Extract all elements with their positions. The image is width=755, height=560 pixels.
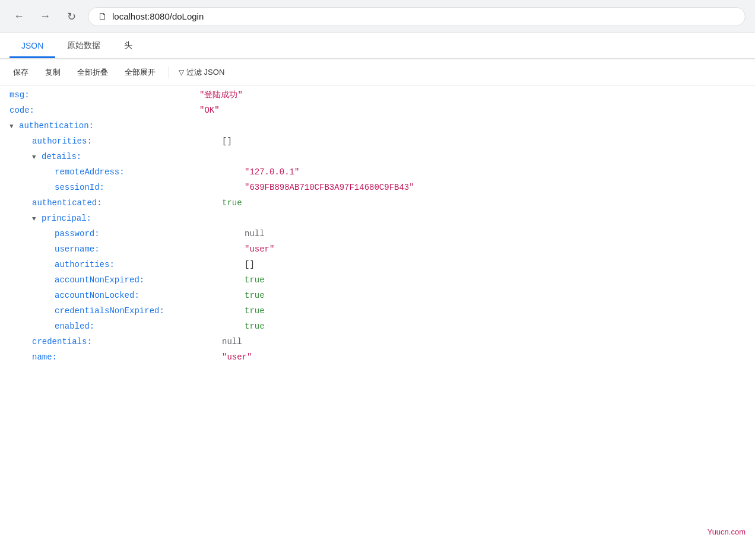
name-key: name: xyxy=(32,350,222,365)
name-value: "user" xyxy=(222,350,252,365)
collapse-details[interactable]: ▼ xyxy=(32,152,42,163)
back-button[interactable]: ← xyxy=(9,7,28,26)
watermark: Yuucn.com xyxy=(708,527,746,536)
address-bar[interactable]: 🗋 localhost:8080/doLogin xyxy=(88,7,746,26)
json-row-credentials: credentials: null xyxy=(0,335,755,350)
collapse-all-button[interactable]: 全部折叠 xyxy=(74,65,112,80)
tab-headers[interactable]: 头 xyxy=(112,34,144,59)
url-text: localhost:8080/doLogin xyxy=(112,11,204,21)
authenticated-value: true xyxy=(222,196,242,211)
authentication-key: authentication: xyxy=(19,119,209,133)
session-value: "639FB898AB710CFB3A97F14680C9FB43" xyxy=(245,180,414,195)
username-key: username: xyxy=(55,242,245,257)
p-authorities-value: [] xyxy=(245,257,255,272)
copy-button[interactable]: 复制 xyxy=(42,65,64,80)
msg-value: "登陆成功" xyxy=(199,88,243,103)
json-row-remote: remoteAddress: "127.0.0.1" xyxy=(0,165,755,180)
remote-value: "127.0.0.1" xyxy=(245,165,299,180)
credentials-expired-value: true xyxy=(245,304,265,319)
enabled-key: enabled: xyxy=(55,319,245,334)
session-key: sessionId: xyxy=(55,180,245,195)
json-row-authentication: ▼ authentication: xyxy=(0,119,755,134)
filter-label: 过滤 JSON xyxy=(186,67,224,78)
password-key: password: xyxy=(55,227,245,241)
json-row-password: password: null xyxy=(0,227,755,242)
save-button[interactable]: 保存 xyxy=(9,65,32,80)
json-row-account-locked: accountNonLocked: true xyxy=(0,288,755,304)
json-row-username: username: "user" xyxy=(0,242,755,257)
tab-bar: JSON 原始数据 头 xyxy=(0,33,755,59)
json-row-credentials-expired: credentialsNonExpired: true xyxy=(0,304,755,319)
credentials-expired-key: credentialsNonExpired: xyxy=(55,304,245,319)
details-key: details: xyxy=(42,149,231,164)
p-authorities-key: authorities: xyxy=(55,257,245,272)
filter-icon: ▽ xyxy=(179,68,184,77)
toolbar: 保存 复制 全部折叠 全部展开 ▽ 过滤 JSON xyxy=(0,59,755,85)
account-expired-value: true xyxy=(245,273,265,288)
json-row-session: sessionId: "639FB898AB710CFB3A97F14680C9… xyxy=(0,180,755,196)
code-key: code: xyxy=(9,103,199,118)
msg-key: msg: xyxy=(9,88,199,103)
forward-button[interactable]: → xyxy=(36,7,55,26)
json-row-name: name: "user" xyxy=(0,350,755,365)
password-value: null xyxy=(245,227,265,241)
json-row-authenticated: authenticated: true xyxy=(0,196,755,211)
auth-authorities-key: authorities: xyxy=(32,134,222,149)
json-row-account-expired: accountNonExpired: true xyxy=(0,273,755,288)
json-content: msg: "登陆成功" code: "OK" ▼ authentication:… xyxy=(0,85,755,560)
toolbar-separator xyxy=(169,66,169,78)
json-row-msg: msg: "登陆成功" xyxy=(0,88,755,103)
collapse-principal[interactable]: ▼ xyxy=(32,214,42,225)
code-value: "OK" xyxy=(199,103,220,118)
json-row-details: ▼ details: xyxy=(0,149,755,165)
enabled-value: true xyxy=(245,319,265,334)
collapse-authentication[interactable]: ▼ xyxy=(9,121,19,132)
principal-key: principal: xyxy=(42,211,231,226)
json-row-p-authorities: authorities: [] xyxy=(0,257,755,273)
auth-authorities-value: [] xyxy=(222,134,232,149)
account-locked-value: true xyxy=(245,288,265,303)
tab-raw[interactable]: 原始数据 xyxy=(55,34,112,59)
filter-button[interactable]: ▽ 过滤 JSON xyxy=(179,67,224,78)
authenticated-key: authenticated: xyxy=(32,196,222,211)
json-row-principal: ▼ principal: xyxy=(0,211,755,227)
username-value: "user" xyxy=(245,242,274,257)
reload-button[interactable]: ↻ xyxy=(62,7,81,26)
json-row-code: code: "OK" xyxy=(0,103,755,119)
tab-json[interactable]: JSON xyxy=(9,35,55,58)
account-locked-key: accountNonLocked: xyxy=(55,288,245,303)
json-row-enabled: enabled: true xyxy=(0,319,755,335)
credentials-value: null xyxy=(222,335,242,349)
account-expired-key: accountNonExpired: xyxy=(55,273,245,288)
json-row-auth-authorities: authorities: [] xyxy=(0,134,755,149)
remote-key: remoteAddress: xyxy=(55,165,245,180)
page-icon: 🗋 xyxy=(98,11,107,22)
credentials-key: credentials: xyxy=(32,335,222,349)
browser-navigation: ← → ↻ 🗋 localhost:8080/doLogin xyxy=(0,0,755,33)
expand-all-button[interactable]: 全部展开 xyxy=(121,65,159,80)
